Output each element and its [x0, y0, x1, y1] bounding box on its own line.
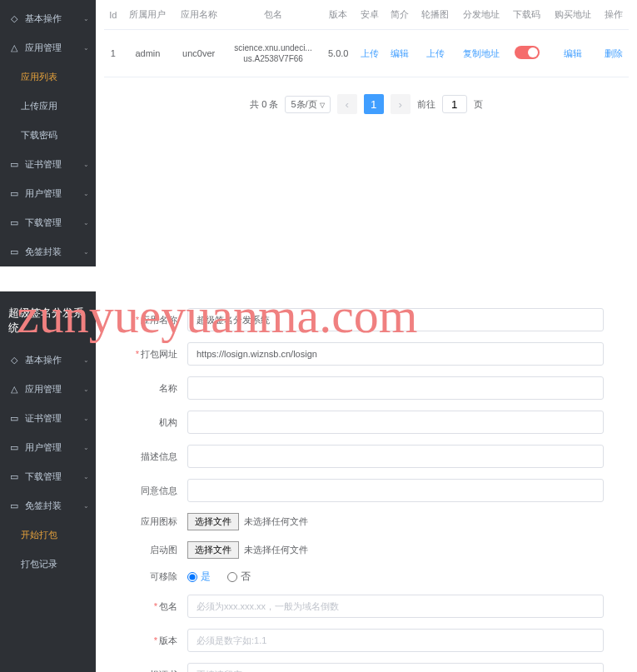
- table-header: 购买地址: [547, 0, 598, 30]
- label-app-icon: 应用图标: [129, 515, 187, 528]
- menu-label: 免签封装: [25, 500, 62, 512]
- cloud-icon: △: [8, 384, 20, 396]
- page-size-select[interactable]: 5条/页 ▽: [285, 96, 330, 113]
- page-current[interactable]: 1: [364, 94, 384, 114]
- label-launch-img: 启动图: [129, 544, 187, 556]
- label-agree: 同意信息: [129, 485, 187, 497]
- menu-item[interactable]: ◇基本操作⌄: [0, 346, 96, 375]
- app-table: Id所属用户应用名称包名版本安卓简介轮播图分发地址下载码购买地址操作 1 adm…: [104, 0, 629, 77]
- radio-yes[interactable]: 是: [187, 570, 211, 584]
- cert-icon: ▭: [8, 159, 20, 171]
- menu-label: 应用列表: [21, 71, 57, 83]
- page-prev[interactable]: ‹: [337, 94, 357, 114]
- menu-item[interactable]: 下载密码: [0, 121, 96, 150]
- menu-item[interactable]: △应用管理⌄: [0, 375, 96, 404]
- menu-label: 开始打包: [21, 529, 57, 541]
- txt-icon-file: 未选择任何文件: [244, 515, 308, 528]
- table-header: 版本: [322, 0, 355, 30]
- chevron-down-icon: ⌄: [83, 190, 89, 197]
- cell-pkg: science.xnu.undeci...us.A2538V7F66: [224, 30, 321, 77]
- chevron-down-icon: ⌄: [83, 248, 89, 256]
- menu-item[interactable]: ▭免签封装⌄: [0, 237, 96, 266]
- menu-item[interactable]: ▭免签封装⌄: [0, 491, 96, 520]
- input-org[interactable]: [187, 411, 604, 434]
- menu-label: 用户管理: [25, 187, 62, 200]
- cell-android[interactable]: 上传: [355, 30, 385, 77]
- user-icon: ◇: [8, 355, 20, 366]
- cell-code[interactable]: [506, 30, 547, 77]
- btn-choose-icon[interactable]: 选择文件: [187, 513, 239, 530]
- table-header: Id: [104, 0, 122, 30]
- table-header: 包名: [224, 0, 321, 30]
- table-header: 简介: [385, 0, 415, 30]
- table-header: 操作: [599, 0, 629, 30]
- input-agree[interactable]: [187, 479, 604, 502]
- menu-label: 免签封装: [25, 246, 62, 258]
- table-header: 轮播图: [415, 0, 455, 30]
- chevron-down-icon: ⌄: [83, 502, 89, 510]
- pagination: 共 0 条 5条/页 ▽ ‹ 1 › 前往 页: [104, 94, 629, 114]
- menu-item[interactable]: 应用列表: [0, 62, 96, 92]
- input-root-cert[interactable]: [187, 663, 604, 672]
- menu-item[interactable]: ◇基本操作⌄: [0, 4, 96, 33]
- download-icon: ▭: [8, 217, 20, 229]
- cell-buy[interactable]: 编辑: [547, 30, 598, 77]
- cell-ver: 5.0.0: [322, 30, 355, 77]
- menu-label: 下载管理: [25, 217, 62, 229]
- menu-item[interactable]: 打包记录: [0, 550, 96, 579]
- menu-item[interactable]: ▭证书管理⌄: [0, 150, 96, 179]
- menu-item[interactable]: ▭证书管理⌄: [0, 404, 96, 433]
- menu-item[interactable]: △应用管理⌄: [0, 33, 96, 62]
- cell-intro[interactable]: 编辑: [385, 30, 415, 77]
- radio-no[interactable]: 否: [227, 570, 251, 584]
- input-version[interactable]: [187, 629, 604, 652]
- cell-user: admin: [122, 30, 173, 77]
- menu-item[interactable]: ▭用户管理⌄: [0, 433, 96, 462]
- label-pack-url: 打包网址: [129, 348, 187, 361]
- download-icon: ▭: [8, 471, 20, 483]
- btn-choose-launch[interactable]: 选择文件: [187, 541, 239, 559]
- menu-item[interactable]: 上传应用: [0, 92, 96, 121]
- section-package: 超级签名分发系统 ◇基本操作⌄△应用管理⌄▭证书管理⌄▭用户管理⌄▭下载管理⌄▭…: [0, 291, 637, 672]
- radio-removable: 是 否: [187, 570, 251, 584]
- menu-item[interactable]: 开始打包: [0, 520, 96, 550]
- table-header: 安卓: [355, 0, 385, 30]
- input-pkg-name[interactable]: [187, 595, 604, 618]
- menu-label: 打包记录: [21, 558, 57, 570]
- label-pkg-name: 包名: [129, 600, 187, 613]
- label-desc: 描述信息: [129, 450, 187, 463]
- package-form: 应用名称 打包网址 名称 机构 描述信息 同意信息 应用图标选择文件未选择任何文…: [104, 291, 629, 672]
- page-next[interactable]: ›: [391, 94, 411, 114]
- main-2: 应用名称 打包网址 名称 机构 描述信息 同意信息 应用图标选择文件未选择任何文…: [96, 291, 637, 672]
- goto-input[interactable]: [442, 95, 467, 113]
- menu-item[interactable]: ▭下载管理⌄: [0, 208, 96, 237]
- label-name: 名称: [129, 382, 187, 395]
- input-name[interactable]: [187, 376, 604, 400]
- section-app-list: ◇基本操作⌄△应用管理⌄应用列表上传应用下载密码▭证书管理⌄▭用户管理⌄▭下载管…: [0, 0, 637, 266]
- input-desc[interactable]: [187, 445, 604, 468]
- page-unit: 页: [474, 98, 483, 111]
- download-code-switch: [515, 46, 540, 59]
- cell-id: 1: [104, 30, 122, 77]
- table-header: 应用名称: [173, 0, 224, 30]
- cell-dist[interactable]: 复制地址: [455, 30, 506, 77]
- menu-label: 基本操作: [25, 12, 62, 25]
- chevron-down-icon: ⌄: [83, 219, 89, 226]
- menu-item[interactable]: ▭用户管理⌄: [0, 179, 96, 208]
- menu-label: 基本操作: [25, 354, 62, 366]
- menu-label: 上传应用: [21, 100, 57, 112]
- goto-label: 前往: [417, 98, 435, 111]
- menu-label: 下载管理: [25, 470, 62, 483]
- input-app-name[interactable]: [187, 308, 604, 331]
- chevron-down-icon: ⌄: [83, 15, 89, 22]
- menu-label: 应用管理: [25, 42, 62, 54]
- chevron-down-icon: ⌄: [83, 44, 89, 52]
- package-icon: ▭: [8, 246, 20, 258]
- label-removable: 可移除: [129, 570, 187, 583]
- cell-carousel[interactable]: 上传: [415, 30, 455, 77]
- menu-label: 应用管理: [25, 383, 62, 396]
- menu-item[interactable]: ▭下载管理⌄: [0, 462, 96, 491]
- label-root-cert: 根证书: [129, 669, 187, 673]
- input-pack-url[interactable]: [187, 342, 604, 366]
- cell-op[interactable]: 删除: [599, 30, 629, 77]
